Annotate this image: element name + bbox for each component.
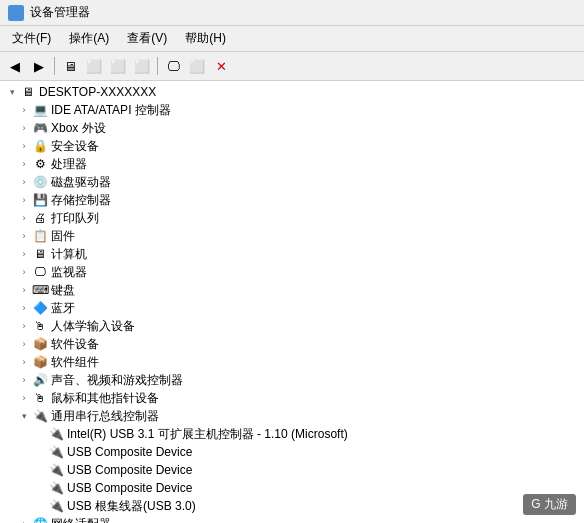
icon-xbox: 🎮: [32, 120, 48, 136]
expander-xbox[interactable]: ›: [16, 120, 32, 136]
tree-item-hid[interactable]: › 🖱 人体学输入设备: [0, 317, 584, 335]
toolbar-btn-forward[interactable]: ▶: [28, 55, 50, 77]
icon-computer: 🖥: [32, 246, 48, 262]
icon-usb-comp1: 🔌: [48, 444, 64, 460]
tree-item-network[interactable]: › 🌐 网络适配器: [0, 515, 584, 523]
tree-item-usb-intel[interactable]: 🔌 Intel(R) USB 3.1 可扩展主机控制器 - 1.10 (Micr…: [0, 425, 584, 443]
expander-sound[interactable]: ›: [16, 372, 32, 388]
icon-security: 🔒: [32, 138, 48, 154]
label-bluetooth: 蓝牙: [51, 300, 75, 317]
label-computer: 计算机: [51, 246, 87, 263]
toolbar-btn-btn5[interactable]: 🖵: [162, 55, 184, 77]
tree-item-bluetooth[interactable]: › 🔷 蓝牙: [0, 299, 584, 317]
label-software-dev: 软件设备: [51, 336, 99, 353]
expander-ide[interactable]: ›: [16, 102, 32, 118]
tree-item-usb-comp2[interactable]: 🔌 USB Composite Device: [0, 461, 584, 479]
label-sound: 声音、视频和游戏控制器: [51, 372, 183, 389]
label-usb-ctrl: 通用串行总线控制器: [51, 408, 159, 425]
icon-usb-intel: 🔌: [48, 426, 64, 442]
toolbar-btn-btn6[interactable]: ⬜: [186, 55, 208, 77]
tree-item-mouse[interactable]: › 🖱 鼠标和其他指针设备: [0, 389, 584, 407]
expander-security[interactable]: ›: [16, 138, 32, 154]
tree-item-monitor[interactable]: › 🖵 监视器: [0, 263, 584, 281]
expander-print[interactable]: ›: [16, 210, 32, 226]
expander-software-comp[interactable]: ›: [16, 354, 32, 370]
tree-item-storage[interactable]: › 💾 存储控制器: [0, 191, 584, 209]
expander-software-dev[interactable]: ›: [16, 336, 32, 352]
toolbar-separator: [157, 57, 158, 75]
label-software-comp: 软件组件: [51, 354, 99, 371]
icon-usb-hub: 🔌: [48, 498, 64, 514]
tree-item-software-dev[interactable]: › 📦 软件设备: [0, 335, 584, 353]
menu-item-action[interactable]: 操作(A): [61, 28, 117, 49]
expander-bluetooth[interactable]: ›: [16, 300, 32, 316]
tree-item-usb-comp1[interactable]: 🔌 USB Composite Device: [0, 443, 584, 461]
tree-item-firmware[interactable]: › 📋 固件: [0, 227, 584, 245]
expander-usb-ctrl[interactable]: ▾: [16, 408, 32, 424]
tree-root[interactable]: ▾ 🖥 DESKTOP-XXXXXXX: [0, 83, 584, 101]
tree-item-security[interactable]: › 🔒 安全设备: [0, 137, 584, 155]
expander-cpu[interactable]: ›: [16, 156, 32, 172]
tree-item-print[interactable]: › 🖨 打印队列: [0, 209, 584, 227]
tree-item-disk[interactable]: › 💿 磁盘驱动器: [0, 173, 584, 191]
label-print: 打印队列: [51, 210, 99, 227]
menu-bar: 文件(F)操作(A)查看(V)帮助(H): [0, 26, 584, 52]
expander-keyboard[interactable]: ›: [16, 282, 32, 298]
label-disk: 磁盘驱动器: [51, 174, 111, 191]
title-bar: 设备管理器: [0, 0, 584, 26]
root-expander[interactable]: ▾: [4, 84, 20, 100]
label-mouse: 鼠标和其他指针设备: [51, 390, 159, 407]
expander-usb-comp3: [32, 480, 48, 496]
expander-hid[interactable]: ›: [16, 318, 32, 334]
tree-item-xbox[interactable]: › 🎮 Xbox 外设: [0, 119, 584, 137]
tree-item-cpu[interactable]: › ⚙ 处理器: [0, 155, 584, 173]
expander-usb-comp1: [32, 444, 48, 460]
menu-item-view[interactable]: 查看(V): [119, 28, 175, 49]
menu-item-file[interactable]: 文件(F): [4, 28, 59, 49]
expander-computer[interactable]: ›: [16, 246, 32, 262]
icon-ide: 💻: [32, 102, 48, 118]
icon-usb-comp3: 🔌: [48, 480, 64, 496]
label-usb-comp3: USB Composite Device: [67, 481, 192, 495]
menu-item-help[interactable]: 帮助(H): [177, 28, 234, 49]
label-network: 网络适配器: [51, 516, 111, 524]
expander-mouse[interactable]: ›: [16, 390, 32, 406]
expander-disk[interactable]: ›: [16, 174, 32, 190]
tree-item-sound[interactable]: › 🔊 声音、视频和游戏控制器: [0, 371, 584, 389]
icon-storage: 💾: [32, 192, 48, 208]
root-icon: 🖥: [20, 84, 36, 100]
label-usb-hub: USB 根集线器(USB 3.0): [67, 498, 196, 515]
icon-firmware: 📋: [32, 228, 48, 244]
toolbar-btn-btn4[interactable]: ⬜: [131, 55, 153, 77]
expander-firmware[interactable]: ›: [16, 228, 32, 244]
title-text: 设备管理器: [30, 4, 90, 21]
tree-item-ide[interactable]: › 💻 IDE ATA/ATAPI 控制器: [0, 101, 584, 119]
tree-item-computer[interactable]: › 🖥 计算机: [0, 245, 584, 263]
toolbar-btn-back[interactable]: ◀: [4, 55, 26, 77]
tree-item-keyboard[interactable]: › ⌨ 键盘: [0, 281, 584, 299]
label-security: 安全设备: [51, 138, 99, 155]
tree-item-usb-hub[interactable]: 🔌 USB 根集线器(USB 3.0): [0, 497, 584, 515]
toolbar-btn-btn3[interactable]: ⬜: [107, 55, 129, 77]
toolbar-btn-btn7[interactable]: ✕: [210, 55, 232, 77]
icon-monitor: 🖵: [32, 264, 48, 280]
icon-software-dev: 📦: [32, 336, 48, 352]
expander-storage[interactable]: ›: [16, 192, 32, 208]
expander-monitor[interactable]: ›: [16, 264, 32, 280]
icon-hid: 🖱: [32, 318, 48, 334]
tree-item-usb-comp3[interactable]: 🔌 USB Composite Device: [0, 479, 584, 497]
toolbar-btn-btn1[interactable]: 🖥: [59, 55, 81, 77]
toolbar-btn-btn2[interactable]: ⬜: [83, 55, 105, 77]
label-storage: 存储控制器: [51, 192, 111, 209]
label-firmware: 固件: [51, 228, 75, 245]
tree-area[interactable]: ▾ 🖥 DESKTOP-XXXXXXX › 💻 IDE ATA/ATAPI 控制…: [0, 81, 584, 523]
label-keyboard: 键盘: [51, 282, 75, 299]
label-cpu: 处理器: [51, 156, 87, 173]
tree-item-usb-ctrl[interactable]: ▾ 🔌 通用串行总线控制器: [0, 407, 584, 425]
tree-item-software-comp[interactable]: › 📦 软件组件: [0, 353, 584, 371]
root-label: DESKTOP-XXXXXXX: [39, 85, 156, 99]
label-hid: 人体学输入设备: [51, 318, 135, 335]
icon-network: 🌐: [32, 516, 48, 523]
expander-network[interactable]: ›: [16, 516, 32, 523]
label-ide: IDE ATA/ATAPI 控制器: [51, 102, 171, 119]
